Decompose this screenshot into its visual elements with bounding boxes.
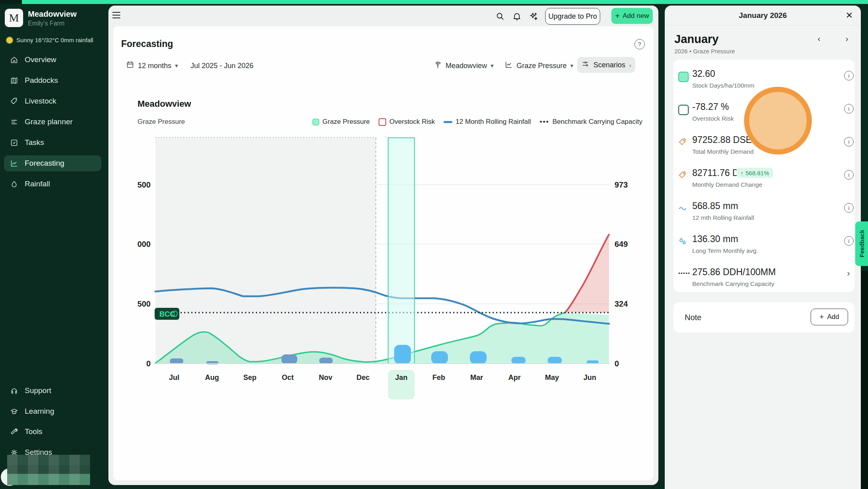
upgrade-label: Upgrade to Pro	[548, 12, 597, 21]
legend-benchmark[interactable]: •••Benchmark Carrying Capacity	[540, 118, 642, 126]
svg-text:324: 324	[615, 299, 628, 308]
headset-icon	[10, 386, 18, 395]
panel-month-subtitle: 2026 • Graze Pressure	[674, 48, 735, 55]
info-icon[interactable]: i	[844, 236, 854, 246]
metric-select[interactable]: Graze Pressure ▾	[505, 58, 573, 73]
previous-month-button[interactable]: ‹	[813, 33, 825, 45]
weather-text: Sunny 16°/32°C 0mm rainfall	[16, 37, 93, 43]
info-icon[interactable]: i	[844, 170, 854, 180]
metric-select-value: Graze Pressure	[516, 62, 567, 70]
sidebar-item-rainfall[interactable]: Rainfall	[4, 176, 101, 192]
month-label[interactable]: May	[545, 374, 559, 381]
ai-sparkles-icon[interactable]	[529, 12, 538, 21]
weather-summary: Sunny 16°/32°C 0mm rainfall	[6, 37, 93, 43]
chart-line-icon	[505, 61, 513, 71]
sidebar-item-label: Forecasting	[25, 159, 64, 168]
map-icon	[10, 76, 18, 85]
sidebar-item-label: Learning	[25, 407, 54, 416]
month-label[interactable]: Mar	[470, 374, 483, 381]
svg-text:000: 000	[137, 240, 151, 248]
sidebar-item-tasks[interactable]: Tasks	[4, 135, 101, 151]
chart-legend: Graze Pressure Overstock Risk 12 Month R…	[312, 118, 642, 126]
add-new-label: Add new	[623, 12, 649, 20]
bubble-apr	[511, 357, 526, 364]
svg-text:0: 0	[146, 359, 151, 368]
month-label[interactable]: Sep	[243, 374, 256, 381]
close-icon[interactable]: ✕	[844, 10, 854, 21]
month-label[interactable]: Nov	[319, 374, 332, 381]
right-axis-labels: 973 649 324 0	[615, 180, 628, 368]
metric-label: Stock Days/ha/100mm	[692, 82, 754, 89]
legend-rolling-rainfall[interactable]: 12 Month Rolling Rainfall	[444, 118, 531, 126]
sidebar-item-livestock[interactable]: Livestock	[4, 93, 101, 109]
month-label[interactable]: Dec	[356, 374, 369, 381]
forecast-chart[interactable]: BCC i 500 000 500 0 973 649 324 0 Jul Au…	[132, 131, 654, 406]
upgrade-to-pro-button[interactable]: Upgrade to Pro	[545, 8, 600, 25]
arrow-up-icon: ↑	[740, 170, 744, 176]
x-axis-month-labels: Jul Aug Sep Oct Nov Dec Jan Feb Mar Apr …	[169, 370, 596, 399]
home-icon	[10, 55, 18, 64]
january-highlight-band[interactable]	[388, 138, 414, 364]
notifications-bell-icon[interactable]	[512, 12, 522, 21]
farm-logo[interactable]: M	[5, 9, 23, 27]
month-label[interactable]: Aug	[205, 374, 219, 381]
sidebar-item-forecasting[interactable]: Forecasting	[4, 155, 101, 171]
add-new-button[interactable]: + Add new	[611, 8, 653, 24]
month-label-selected[interactable]: Jan	[395, 374, 407, 381]
search-icon[interactable]	[495, 12, 505, 21]
menu-toggle-button[interactable]	[112, 12, 120, 18]
droplets-icon	[678, 237, 687, 246]
add-note-label: Add	[827, 313, 839, 321]
info-icon[interactable]: i	[844, 137, 854, 147]
sidebar-item-support[interactable]: Support	[4, 383, 101, 399]
info-icon[interactable]: i	[844, 71, 854, 80]
scenarios-button[interactable]: Scenarios ‹	[577, 57, 635, 73]
sidebar-item-label: Graze planner	[25, 117, 73, 126]
legend-graze-pressure[interactable]: Graze Pressure	[312, 118, 370, 126]
chart-title: Meadowview	[137, 99, 191, 109]
chevron-down-icon: ▾	[491, 62, 494, 69]
period-select[interactable]: 12 months ▾	[126, 58, 178, 73]
month-label[interactable]: Feb	[432, 374, 445, 381]
chart-subtitle: Graze Pressure	[137, 118, 185, 126]
annotation-circle	[744, 87, 812, 155]
metric-row-demand-change: 82711.76 DSE ↑ 568.81% Monthly Demand Ch…	[674, 161, 854, 194]
help-icon[interactable]: ?	[634, 39, 645, 49]
historical-region	[155, 137, 376, 364]
info-icon[interactable]: i	[844, 203, 854, 213]
chevron-down-icon: ▾	[570, 62, 573, 69]
metric-label: 12 mth Rolling Rainfall	[692, 214, 754, 221]
svg-text:973: 973	[615, 180, 628, 189]
feedback-tab[interactable]: Feedback	[855, 221, 868, 266]
farm-select[interactable]: Meadowview ▾	[434, 58, 494, 73]
month-label[interactable]: Jun	[583, 374, 596, 381]
month-label[interactable]: Apr	[509, 374, 521, 381]
period-value: 12 months	[138, 62, 171, 70]
add-note-button[interactable]: + Add	[811, 309, 848, 325]
tag-icon	[10, 97, 18, 106]
sidebar-item-graze-planner[interactable]: Graze planner	[4, 114, 101, 130]
sidebar-item-overview[interactable]: Overview	[4, 52, 101, 68]
bcc-badge[interactable]: BCC i	[155, 308, 179, 320]
metric-value: 136.30 mm	[692, 234, 738, 244]
legend-overstock-risk[interactable]: Overstock Risk	[379, 118, 435, 126]
panel-month-title: January	[674, 33, 719, 46]
sidebar-item-paddocks[interactable]: Paddocks	[4, 72, 101, 88]
month-label[interactable]: Oct	[282, 374, 294, 381]
next-month-button[interactable]: ›	[841, 33, 853, 45]
bubble-oct	[281, 354, 297, 364]
chevron-right-icon[interactable]: ›	[844, 269, 853, 278]
metric-row-benchmark[interactable]: ••••• 275.86 DDH/100MM Benchmark Carryin…	[674, 260, 854, 293]
info-icon[interactable]: i	[844, 104, 854, 113]
farm-logo-letter: M	[9, 12, 19, 24]
month-label[interactable]: Jul	[169, 374, 179, 381]
demand-change-badge: ↑ 568.81%	[736, 168, 773, 178]
scenarios-label: Scenarios	[593, 61, 625, 69]
metric-row-longterm-avg: 136.30 mm Long Term Monthly avg. i	[674, 227, 854, 260]
metric-value: 568.85 mm	[692, 201, 738, 211]
panel-header-title: January 2026	[739, 11, 787, 20]
sidebar-item-learning[interactable]: Learning	[4, 403, 101, 419]
page-title: Forecasting	[121, 39, 173, 49]
benchmark-swatch: •••	[540, 118, 549, 126]
sidebar-item-tools[interactable]: Tools	[4, 424, 101, 440]
